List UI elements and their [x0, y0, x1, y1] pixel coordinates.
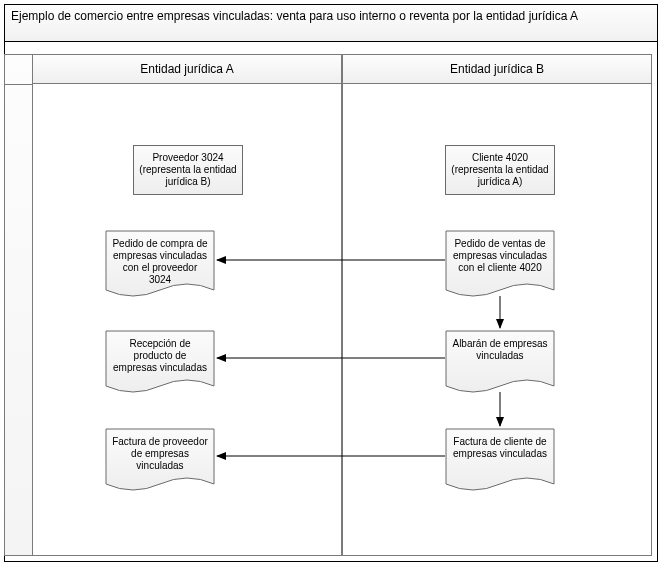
node-customer-invoice-label: Factura de cliente de empresas vinculada… [453, 436, 547, 459]
node-vendor-invoice: Factura de proveedor de empresas vincula… [105, 428, 215, 496]
column-header-entity-a: Entidad jurídica A [32, 54, 342, 84]
node-customer-4020-label: Cliente 4020 (representa la entidad jurí… [451, 152, 548, 187]
node-vendor-invoice-label: Factura de proveedor de empresas vincula… [112, 436, 208, 471]
node-intercompany-po-label: Pedido de compra de empresas vinculadas … [112, 238, 207, 285]
diagram-title: Ejemplo de comercio entre empresas vincu… [4, 4, 658, 42]
column-header-a-label: Entidad jurídica A [140, 62, 233, 76]
column-header-b-label: Entidad jurídica B [450, 62, 544, 76]
diagram-frame: Ejemplo de comercio entre empresas vincu… [0, 0, 662, 566]
node-packing-slip-label: Albarán de empresas vinculadas [452, 338, 547, 361]
node-customer-invoice: Factura de cliente de empresas vinculada… [445, 428, 555, 496]
node-customer-4020: Cliente 4020 (representa la entidad jurí… [445, 145, 555, 195]
node-intercompany-po: Pedido de compra de empresas vinculadas … [105, 230, 215, 302]
node-product-receipt-label: Recepción de producto de empresas vincul… [113, 338, 207, 373]
node-packing-slip: Albarán de empresas vinculadas [445, 330, 555, 398]
column-header-entity-b: Entidad jurídica B [342, 54, 652, 84]
diagram-title-text: Ejemplo de comercio entre empresas vincu… [11, 9, 578, 23]
node-vendor-3024: Proveedor 3024 (representa la entidad ju… [133, 145, 243, 195]
node-intercompany-so-label: Pedido de ventas de empresas vinculadas … [453, 238, 547, 273]
node-product-receipt: Recepción de producto de empresas vincul… [105, 330, 215, 398]
node-intercompany-so: Pedido de ventas de empresas vinculadas … [445, 230, 555, 302]
node-vendor-3024-label: Proveedor 3024 (representa la entidad ju… [139, 152, 236, 187]
swimlane-gutter [4, 54, 32, 556]
